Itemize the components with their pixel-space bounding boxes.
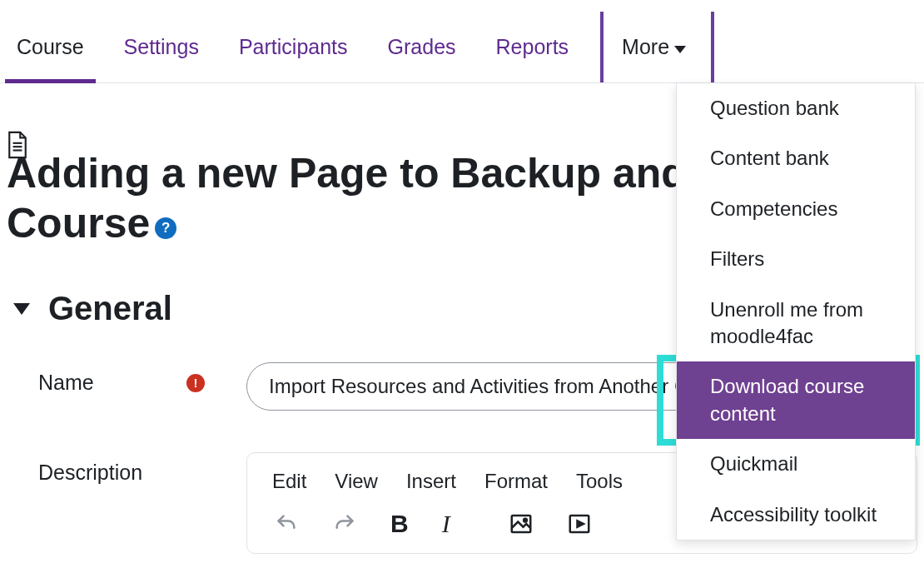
tab-participants[interactable]: Participants bbox=[239, 35, 348, 82]
page-resource-icon bbox=[7, 120, 28, 148]
name-label: Name ! bbox=[38, 362, 246, 395]
undo-icon[interactable] bbox=[274, 511, 299, 536]
svg-marker-6 bbox=[577, 521, 584, 527]
dropdown-question-bank[interactable]: Question bank bbox=[677, 83, 915, 133]
tab-more-label: More bbox=[622, 35, 669, 59]
required-icon: ! bbox=[186, 374, 205, 392]
dropdown-content-bank[interactable]: Content bank bbox=[677, 133, 915, 183]
media-icon[interactable] bbox=[567, 511, 592, 536]
dropdown-filters[interactable]: Filters bbox=[677, 234, 915, 284]
tab-more[interactable]: More bbox=[600, 12, 714, 82]
editor-menu-edit[interactable]: Edit bbox=[272, 470, 306, 493]
dropdown-download-course-content[interactable]: Download course content bbox=[677, 361, 915, 439]
dropdown-quickmail[interactable]: Quickmail bbox=[677, 439, 915, 489]
chevron-down-icon bbox=[13, 303, 30, 315]
svg-point-4 bbox=[524, 519, 527, 522]
tab-reports[interactable]: Reports bbox=[496, 35, 569, 82]
redo-icon[interactable] bbox=[332, 511, 357, 536]
editor-menu-insert[interactable]: Insert bbox=[406, 470, 456, 493]
dropdown-unenroll[interactable]: Unenroll me from moodle4fac bbox=[677, 285, 915, 362]
course-tab-bar: Course Settings Participants Grades Repo… bbox=[0, 0, 924, 83]
editor-menu-view[interactable]: View bbox=[335, 470, 378, 493]
image-icon[interactable] bbox=[509, 511, 534, 536]
tab-grades[interactable]: Grades bbox=[388, 35, 456, 82]
dropdown-competencies[interactable]: Competencies bbox=[677, 184, 915, 234]
editor-menu-tools[interactable]: Tools bbox=[576, 470, 623, 493]
more-dropdown: Question bank Content bank Competencies … bbox=[676, 83, 916, 541]
bold-icon[interactable]: B bbox=[390, 510, 409, 538]
help-icon[interactable]: ? bbox=[155, 217, 176, 239]
dropdown-accessibility-toolkit[interactable]: Accessibility toolkit bbox=[677, 490, 915, 540]
tab-settings[interactable]: Settings bbox=[124, 35, 199, 82]
description-label: Description bbox=[38, 452, 246, 485]
italic-icon[interactable]: I bbox=[442, 510, 450, 538]
editor-menu-format[interactable]: Format bbox=[484, 470, 548, 493]
chevron-down-icon bbox=[674, 46, 686, 53]
tab-course[interactable]: Course bbox=[17, 35, 84, 82]
section-general-title: General bbox=[48, 290, 172, 327]
